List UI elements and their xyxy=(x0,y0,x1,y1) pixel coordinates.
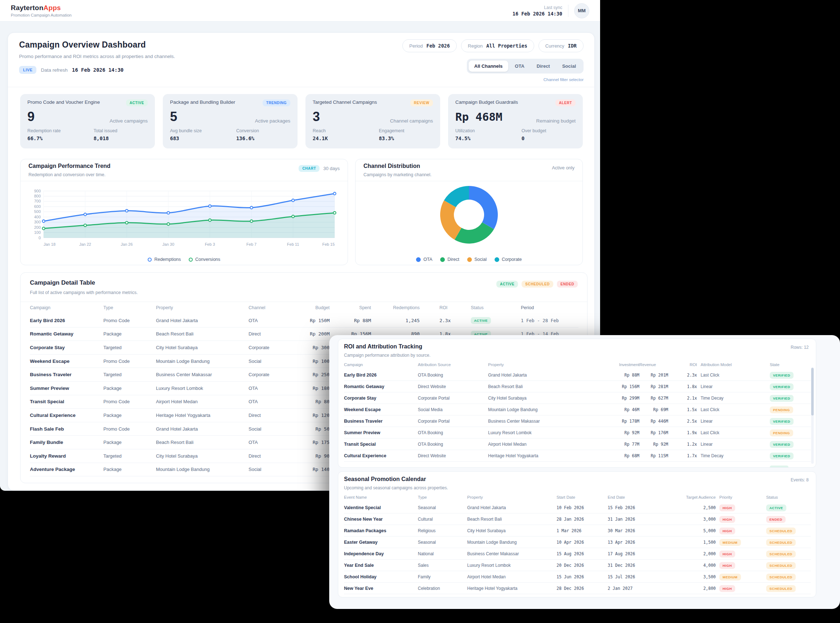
chart-subtitle: Campaigns by marketing channel. xyxy=(363,172,432,177)
cell-budget: Rp 120 xyxy=(295,413,330,418)
legend-marker xyxy=(416,257,421,262)
legend-item-conversions[interactable]: Conversions xyxy=(189,257,220,262)
kpi-metric: Conversion136.6% xyxy=(236,128,290,141)
state-badge xyxy=(770,465,788,468)
legend-label: Social xyxy=(474,257,487,262)
legend-item-social[interactable]: Social xyxy=(467,257,487,262)
cell-channel: Social xyxy=(248,466,295,472)
table-row[interactable]: Transit SpecialOTA BookingAirport Hotel … xyxy=(344,439,811,450)
cell-roi: 1.5x xyxy=(668,407,697,412)
filter-bar: Period Feb 2026 Region All Properties Cu… xyxy=(402,39,584,52)
cell-revenue: Rp 69M xyxy=(639,407,668,412)
cell-type: Package xyxy=(103,413,156,418)
column-header: Budget xyxy=(295,305,330,310)
table-row[interactable]: Year End SaleSalesLuxury Resort Lombok20… xyxy=(344,560,811,571)
tab-social[interactable]: Social xyxy=(556,61,582,72)
period-filter[interactable]: Period Feb 2026 xyxy=(402,39,457,52)
table-row[interactable]: Ramadan PackagesReligiousCity Hotel Sura… xyxy=(344,525,811,537)
cell-source: Direct Website xyxy=(418,384,488,389)
cell-budget: Rp 90 xyxy=(295,453,330,459)
cell-campaign: Weekend Escape xyxy=(344,407,418,412)
donut-chart xyxy=(354,182,584,245)
cell-audience: 5,000 xyxy=(665,528,716,533)
kpi-metric: Over budget0 xyxy=(521,128,576,141)
table-row[interactable]: Summer PreviewOTA BookingLuxury Resort L… xyxy=(344,427,811,439)
legend-label: OTA xyxy=(423,257,432,262)
status-badge: ACTIVE xyxy=(471,317,491,324)
cell-end-date: 13 Apr 2026 xyxy=(608,540,665,545)
last-sync: Last sync 16 Feb 2026 14:30 xyxy=(513,5,562,17)
table-row[interactable]: Cultural ExperienceDirect WebsiteHeritag… xyxy=(344,450,811,462)
table-row[interactable]: School HolidayFamilyAirport Hotel Medan1… xyxy=(344,571,811,583)
tab-all-channels[interactable]: All Channels xyxy=(469,61,509,72)
cell-channel: Direct xyxy=(248,413,295,418)
cell-property: City Hotel Surabaya xyxy=(156,453,248,459)
header-divider xyxy=(568,5,569,17)
metric-value: 0 xyxy=(521,135,576,141)
metric-value: 8,018 xyxy=(94,135,148,141)
seasonal-calendar-card: Seasonal Promotion Calendar Upcoming and… xyxy=(338,471,816,597)
column-header: ROI xyxy=(420,305,465,310)
line-chart: 0100200300400500600700800900Jan 18Jan 22… xyxy=(29,183,340,255)
cell-status: SCHEDULED xyxy=(748,585,811,592)
cell-end-date: 30 Mar 2026 xyxy=(608,528,665,533)
priority-badge: HIGH xyxy=(719,585,735,592)
cell-event: Chinese New Year xyxy=(344,517,418,522)
svg-text:200: 200 xyxy=(34,225,41,230)
column-header: Type xyxy=(418,495,467,499)
metric-value: 83.3% xyxy=(379,135,433,141)
currency-filter[interactable]: Currency IDR xyxy=(538,39,584,52)
state-badge: VERIFIED xyxy=(770,372,794,379)
kpi-title: Campaign Budget Guardrails xyxy=(455,100,518,105)
screen: RaytertonApps Promotion Campaign Automat… xyxy=(0,0,840,623)
cell-property: Airport Hotel Medan xyxy=(156,399,248,404)
svg-text:Jan 30: Jan 30 xyxy=(162,242,174,247)
legend-marker xyxy=(495,257,499,262)
cell-status: SCHEDULED xyxy=(748,539,811,546)
cell-audience: 2,000 xyxy=(665,551,716,556)
legend-item-ota[interactable]: OTA xyxy=(416,257,432,262)
avatar[interactable]: MM xyxy=(574,3,589,18)
kpi-row: Promo Code and Voucher EngineACTIVE9Acti… xyxy=(20,94,583,149)
table-row[interactable]: Business TravelerCorporate PortalBusines… xyxy=(344,416,811,427)
table-row[interactable]: Weekend EscapeSocial MediaMountain Lodge… xyxy=(344,404,811,416)
cell-campaign: Early Bird 2026 xyxy=(344,373,418,377)
cell-type: Celebration xyxy=(418,586,467,591)
table-row[interactable]: Romantic GetawayDirect WebsiteBeach Reso… xyxy=(344,381,811,393)
column-header: State xyxy=(765,362,811,367)
table-row[interactable]: Chinese New YearCulturalBeach Resort Bal… xyxy=(344,514,811,525)
table-row[interactable]: Corporate StayCorporate PortalCity Hotel… xyxy=(344,393,811,404)
table-row[interactable]: Easter GetawaySeasonalMountain Lodge Ban… xyxy=(344,537,811,548)
section-divider xyxy=(8,87,594,87)
cell-model: Last Click xyxy=(697,407,765,412)
table-row[interactable]: Independence DayNationalBusiness Center … xyxy=(344,548,811,560)
legend-item-redemptions[interactable]: Redemptions xyxy=(148,257,181,262)
cell-property: Luxury Resort Lombok xyxy=(467,563,556,568)
table-row[interactable]: Early Bird 2026OTA BookingGrand Hotel Ja… xyxy=(344,369,811,381)
cell-campaign: Business Traveler xyxy=(30,372,103,377)
cell-channel: Corporate xyxy=(248,345,295,350)
table-row[interactable]: New Year EveCelebrationHeritage Hotel Yo… xyxy=(344,583,811,594)
scrollbar-thumb[interactable] xyxy=(811,368,814,416)
priority-badge: HIGH xyxy=(719,551,735,557)
cell-start-date: 15 Jun 2026 xyxy=(556,574,608,579)
table-row[interactable]: Valentine SpecialSeasonalGrand Hotel Jak… xyxy=(344,502,811,514)
region-filter[interactable]: Region All Properties xyxy=(461,39,534,52)
legend-item-direct[interactable]: Direct xyxy=(440,257,459,262)
cell-property: Grand Hotel Jakarta xyxy=(156,318,248,323)
table-row[interactable] xyxy=(344,462,811,468)
legend-item-corporate[interactable]: Corporate xyxy=(495,257,522,262)
cell-roi: 2.3x xyxy=(668,373,697,377)
tab-direct[interactable]: Direct xyxy=(531,61,556,72)
state-badge: VERIFIED xyxy=(770,441,794,448)
cell-revenue: Rp 201M xyxy=(639,373,668,377)
cell-end-date: 15 Jul 2026 xyxy=(608,574,665,579)
cell-campaign: Corporate Stay xyxy=(344,396,418,400)
priority-badge: MEDIUM xyxy=(719,539,741,546)
cell-investment: Rp 88M xyxy=(603,373,639,377)
tab-ota[interactable]: OTA xyxy=(509,61,530,72)
live-badge: LIVE xyxy=(19,66,36,74)
cell-model: Linear xyxy=(697,384,765,389)
table-row[interactable]: Early Bird 2026Promo CodeGrand Hotel Jak… xyxy=(30,314,578,328)
svg-text:Feb 15: Feb 15 xyxy=(322,242,335,247)
